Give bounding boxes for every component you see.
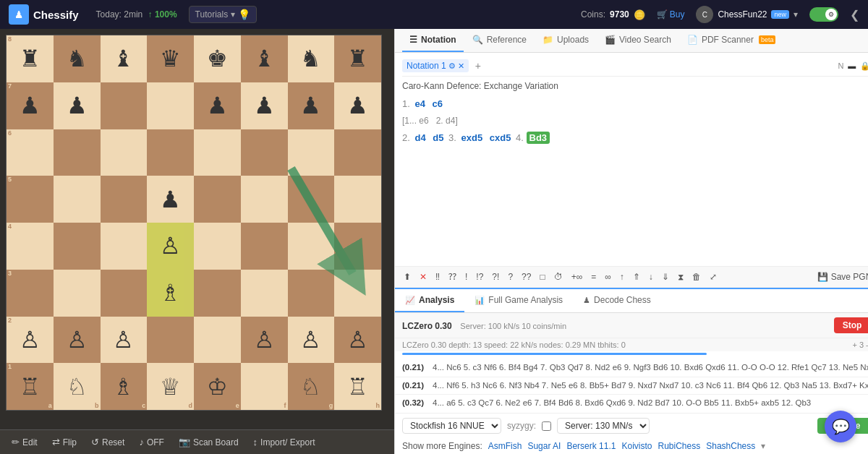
edit-button[interactable]: ✏ Edit	[7, 434, 42, 450]
flip-button[interactable]: ⇄ Flip	[48, 434, 81, 450]
square-e3[interactable]	[194, 270, 241, 317]
square-c4[interactable]	[101, 223, 148, 270]
square-e5[interactable]	[194, 176, 241, 223]
move-d4[interactable]: d4	[412, 132, 430, 144]
square-c3[interactable]	[101, 270, 148, 317]
square-g3[interactable]	[288, 270, 335, 317]
square-f4[interactable]	[241, 223, 288, 270]
engine-shashchess[interactable]: ShashChess	[706, 441, 755, 451]
square-e8[interactable]: ♚	[194, 35, 241, 82]
square-g6[interactable]	[288, 129, 335, 176]
square-b2[interactable]: ♙	[54, 317, 101, 364]
nt-eq[interactable]: =	[588, 270, 599, 284]
syzygy-checkbox[interactable]	[542, 421, 551, 431]
tab-notation[interactable]: ☰ Notation	[402, 29, 464, 52]
square-h6[interactable]	[334, 129, 381, 176]
square-b3[interactable]	[54, 270, 101, 317]
nt-dbl-question[interactable]: ??	[519, 270, 534, 284]
square-a2[interactable]: 2♙	[7, 317, 54, 364]
engine-sugar[interactable]: Sugar AI	[527, 441, 561, 451]
tab-reference[interactable]: 🔍 Reference	[465, 29, 534, 52]
square-f6[interactable]	[241, 129, 288, 176]
nt-square[interactable]: □	[537, 270, 548, 284]
settings-icon[interactable]: ⚙	[448, 61, 456, 71]
nt-up-icon[interactable]: ⬆	[401, 270, 414, 284]
tab-pdf-scanner[interactable]: 📄 PDF Scanner beta	[680, 29, 783, 52]
nt-dbl-down[interactable]: ⇓	[659, 270, 672, 284]
nt-up-arr[interactable]: ↑	[617, 270, 627, 284]
toggle-switch[interactable]: ⚙	[809, 7, 838, 22]
square-g1[interactable]: g♘	[288, 363, 335, 410]
engine-asmfish[interactable]: AsmFish	[488, 441, 522, 451]
square-f3[interactable]	[241, 270, 288, 317]
square-b5[interactable]	[54, 176, 101, 223]
nt-excl[interactable]: !	[462, 270, 470, 284]
tab-decode[interactable]: ♟ Decode Chess	[573, 289, 661, 312]
square-e2[interactable]	[194, 317, 241, 364]
square-d1[interactable]: d♕	[147, 363, 194, 410]
tutorials-button[interactable]: Tutorials ▾ 💡	[189, 6, 258, 23]
engine-berserk[interactable]: Berserk 11.1	[566, 441, 616, 451]
nt-plus-eq[interactable]: +∞	[569, 270, 586, 284]
square-b8[interactable]: ♞	[54, 35, 101, 82]
square-e1[interactable]: e♔	[194, 363, 241, 410]
nt-inf[interactable]: ∞	[602, 270, 614, 284]
square-d5[interactable]: ♟	[147, 176, 194, 223]
square-a6[interactable]: 6	[7, 129, 54, 176]
square-d3[interactable]: ♗	[147, 270, 194, 317]
square-c2[interactable]: ♙	[101, 317, 148, 364]
tab-full-game[interactable]: 📊 Full Game Analysis	[464, 289, 573, 312]
square-b4[interactable]	[54, 223, 101, 270]
square-a5[interactable]: 5	[7, 176, 54, 223]
save-pgn-button[interactable]: 💾 Stop Save PGN	[817, 272, 868, 282]
more-engines-icon[interactable]: ▾	[761, 441, 765, 451]
tab-uploads[interactable]: 📁 Uploads	[535, 29, 596, 52]
nt-down-arr[interactable]: ↓	[646, 270, 656, 284]
nt-double-excl[interactable]: ‼	[433, 270, 443, 284]
nt-expand[interactable]: ⤢	[707, 270, 720, 284]
stockfish-select[interactable]: Stockfish 16 NNUE	[402, 418, 501, 434]
move-c6[interactable]: c6	[430, 98, 445, 110]
move-bd3[interactable]: Bd3	[527, 132, 550, 144]
square-b1[interactable]: b♘	[54, 363, 101, 410]
move-d5[interactable]: d5	[430, 132, 448, 144]
engine-rubichess[interactable]: RubiChess	[658, 441, 701, 451]
square-h1[interactable]: h♖	[334, 363, 381, 410]
square-h7[interactable]: ♟	[334, 82, 381, 129]
square-b7[interactable]: ♟	[54, 82, 101, 129]
toggle-n[interactable]: ▬	[848, 61, 856, 70]
nt-question[interactable]: ?	[505, 270, 516, 284]
nt-clock[interactable]: ⏱	[551, 270, 566, 284]
nt-hourglass[interactable]: ⧗	[675, 270, 686, 284]
square-c8[interactable]: ♝	[101, 35, 148, 82]
square-d8[interactable]: ♛	[147, 35, 194, 82]
square-h4[interactable]	[334, 223, 381, 270]
move-exd5[interactable]: exd5	[459, 132, 488, 144]
square-d4[interactable]: ♙	[147, 223, 194, 270]
discord-button[interactable]: 💬	[825, 411, 856, 442]
lock-icon[interactable]: 🔒	[860, 61, 868, 71]
square-c1[interactable]: c♗	[101, 363, 148, 410]
square-d7[interactable]	[147, 82, 194, 129]
square-g8[interactable]: ♞	[288, 35, 335, 82]
stop-button[interactable]: Stop	[834, 317, 868, 333]
square-g5[interactable]	[288, 176, 335, 223]
square-e4[interactable]	[194, 223, 241, 270]
square-f7[interactable]: ♟	[241, 82, 288, 129]
notation-tab-1[interactable]: Notation 1 ⚙ ✕	[402, 59, 469, 72]
square-f8[interactable]: ♝	[241, 35, 288, 82]
reset-button[interactable]: ↺ Reset	[87, 434, 129, 450]
move-e4[interactable]: e4	[412, 98, 430, 110]
square-h2[interactable]: ♙	[334, 317, 381, 364]
square-a4[interactable]: 4	[7, 223, 54, 270]
square-b6[interactable]	[54, 129, 101, 176]
engine-koivisto[interactable]: Koivisto	[621, 441, 652, 451]
move-cxd5[interactable]: cxd5	[488, 132, 516, 144]
square-d6[interactable]	[147, 129, 194, 176]
collapse-icon[interactable]: ❮	[850, 8, 859, 22]
sound-button[interactable]: ♪ OFF	[135, 434, 169, 450]
square-a8[interactable]: 8♜	[7, 35, 54, 82]
square-h3[interactable]	[334, 270, 381, 317]
square-a3[interactable]: 3	[7, 270, 54, 317]
nt-dbl-up[interactable]: ⇑	[630, 270, 643, 284]
